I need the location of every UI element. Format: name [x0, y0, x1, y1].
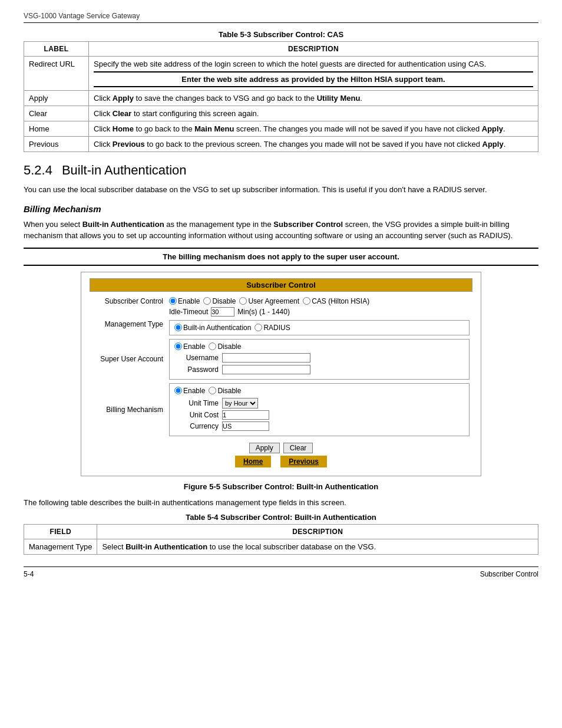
table-cas: LABEL DESCRIPTION Redirect URL Specify t…	[24, 41, 538, 152]
form-row-subscriber-control: Subscriber Control Enable Disable	[90, 295, 472, 318]
bm-enable-label: Enable	[183, 387, 205, 395]
section-number: 5.2.4	[24, 163, 52, 178]
form-row-super-user: Super User Account Enable Disable	[90, 337, 472, 381]
table1-col2-header: DESCRIPTION	[89, 42, 538, 57]
table2-col1-header: FIELD	[24, 525, 97, 539]
screenshot-box: Subscriber Control Subscriber Control En…	[81, 272, 481, 476]
su-disable-label: Disable	[217, 342, 241, 351]
footer-right: Subscriber Control	[480, 570, 538, 578]
desc-clear: Click Clear to start configuring this sc…	[89, 106, 538, 121]
field-management-type: Management Type	[24, 539, 97, 555]
radio-radius-input[interactable]	[254, 324, 262, 331]
unit-time-label: Unit Time	[174, 399, 219, 407]
apply-button[interactable]: Apply	[249, 443, 280, 453]
table-row: Redirect URL Specify the web site addres…	[24, 57, 538, 91]
table-row: Home Click Home to go back to the Main M…	[24, 121, 538, 137]
previous-nav-button[interactable]: Previous	[280, 456, 327, 467]
bm-disable-label: Disable	[217, 387, 241, 395]
table2-col2-header: DESCRIPTION	[97, 525, 538, 539]
ua-label: User Agreement	[248, 297, 299, 305]
table1-title: Table 5-3 Subscriber Control: CAS	[24, 30, 538, 39]
clear-button[interactable]: Clear	[283, 443, 313, 453]
subsection-billing: Billing Mechanism	[24, 204, 538, 214]
cas-label: CAS (Hilton HSIA)	[312, 297, 369, 305]
billing-mechanism-label: Billing Mechanism	[90, 381, 166, 438]
password-input[interactable]	[222, 365, 310, 374]
radio-radius[interactable]: RADIUS	[254, 324, 290, 332]
action-buttons: Apply Clear	[90, 443, 472, 453]
radio-su-enable[interactable]: Enable	[174, 342, 205, 351]
subscriber-control-title: Subscriber Control	[90, 278, 472, 292]
billing-note: The billing mechanism does not apply to …	[24, 248, 538, 266]
built-in-label: Built-in Authentication	[183, 324, 251, 332]
subscriber-control-options: Enable Disable User Agreement	[166, 295, 472, 318]
radio-enable[interactable]: Enable	[169, 297, 200, 305]
radio-bm-disable[interactable]: Disable	[209, 387, 241, 395]
footer-left: 5-4	[24, 570, 34, 578]
form-row-management-type: Management Type Built-in Authentication	[90, 318, 472, 337]
screenshot-form-table: Subscriber Control Enable Disable	[90, 295, 472, 438]
password-label: Password	[174, 365, 219, 374]
management-type-label: Management Type	[90, 318, 166, 337]
billing-bold1: Built-in Authentication	[82, 220, 164, 229]
billing-intro-para: When you select Built-in Authentication …	[24, 219, 538, 242]
idle-timeout-unit: Min(s) (1 - 1440)	[237, 308, 290, 316]
table-built-in-auth: FIELD DESCRIPTION Management Type Select…	[24, 524, 538, 555]
radio-bm-enable[interactable]: Enable	[174, 387, 205, 395]
desc-previous: Click Previous to go back to the previou…	[89, 137, 538, 152]
desc-management-type: Select Built-in Authentication to use th…	[97, 539, 538, 555]
radio-su-enable-input[interactable]	[174, 342, 182, 350]
table2-intro: The following table describes the built-…	[24, 497, 538, 509]
table-row: Apply Click Apply to save the changes ba…	[24, 91, 538, 106]
radio-ua-input[interactable]	[239, 297, 247, 305]
page-breadcrumb: VSG-1000 Vantage Service Gateway	[24, 12, 538, 23]
radio-bm-enable-input[interactable]	[174, 387, 182, 394]
figure-caption: Figure 5-5 Subscriber Control: Built-in …	[24, 482, 538, 491]
radio-disable[interactable]: Disable	[203, 297, 236, 305]
label-redirect-url: Redirect URL	[24, 57, 89, 91]
radio-bm-disable-input[interactable]	[209, 387, 216, 394]
unit-cost-label: Unit Cost	[174, 411, 219, 419]
radio-enable-input[interactable]	[169, 297, 177, 305]
management-type-options: Built-in Authentication RADIUS	[166, 318, 472, 337]
billing-mechanism-options: Enable Disable Unit Time by Hou	[166, 381, 472, 438]
label-apply: Apply	[24, 91, 89, 106]
section-heading: 5.2.4 Built-in Authentication	[24, 163, 538, 178]
section-intro: You can use the local subscriber databas…	[24, 184, 538, 196]
radio-built-in[interactable]: Built-in Authentication	[174, 324, 251, 332]
disable-label: Disable	[212, 297, 236, 305]
radius-label: RADIUS	[263, 324, 290, 332]
label-previous: Previous	[24, 137, 89, 152]
currency-input[interactable]	[222, 421, 269, 431]
radio-user-agreement[interactable]: User Agreement	[239, 297, 299, 305]
radio-cas-input[interactable]	[303, 297, 310, 305]
section-title-text: Built-in Authentication	[62, 163, 187, 178]
table2-title: Table 5-4 Subscriber Control: Built-in A…	[24, 513, 538, 522]
table-row: Previous Click Previous to go back to th…	[24, 137, 538, 152]
table1-col1-header: LABEL	[24, 42, 89, 57]
billing-bold2: Subscriber Control	[273, 220, 343, 229]
desc-apply: Click Apply to save the changes back to …	[89, 91, 538, 106]
radio-su-disable-input[interactable]	[209, 342, 216, 350]
radio-su-disable[interactable]: Disable	[209, 342, 241, 351]
desc-home: Click Home to go back to the Main Menu s…	[89, 121, 538, 137]
radio-cas[interactable]: CAS (Hilton HSIA)	[303, 297, 369, 305]
super-user-options: Enable Disable Username	[166, 337, 472, 381]
nav-buttons: Home Previous	[90, 456, 472, 467]
table-row: Clear Click Clear to start configuring t…	[24, 106, 538, 121]
idle-timeout-label: Idle-Timeout	[169, 308, 208, 316]
form-row-billing: Billing Mechanism Enable Disable	[90, 381, 472, 438]
username-input[interactable]	[222, 353, 310, 363]
subscriber-control-label: Subscriber Control	[90, 295, 166, 318]
username-label: Username	[174, 354, 219, 362]
radio-disable-input[interactable]	[203, 297, 211, 305]
unit-time-select[interactable]: by Hour	[222, 398, 258, 409]
enable-label: Enable	[178, 297, 200, 305]
radio-builtin-input[interactable]	[174, 324, 182, 331]
desc-redirect-url: Specify the web site address of the logi…	[89, 57, 538, 91]
unit-cost-input[interactable]	[222, 410, 269, 420]
idle-timeout-input[interactable]	[211, 307, 234, 317]
currency-label: Currency	[174, 422, 219, 430]
page-footer: 5-4 Subscriber Control	[24, 566, 538, 578]
home-nav-button[interactable]: Home	[235, 456, 271, 467]
